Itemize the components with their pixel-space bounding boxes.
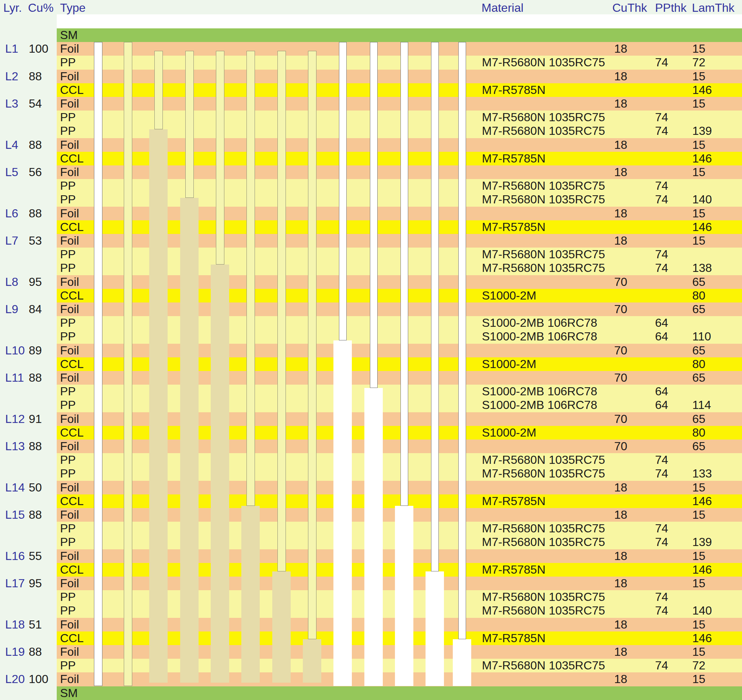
type-cell: PP (60, 248, 76, 261)
type-cell: Foil (60, 97, 79, 111)
ppthk-cell: 74 (655, 56, 668, 69)
cuthk-cell: 18 (614, 576, 627, 590)
cuthk-cell: 18 (614, 618, 627, 631)
layer-name: L15 (5, 508, 25, 522)
type-cell: Foil (60, 672, 79, 686)
type-cell: Foil (60, 439, 79, 453)
type-cell: Foil (60, 618, 79, 631)
ppthk-cell: 64 (655, 385, 668, 398)
material-cell: M7-R5680N 1035RC75 (482, 124, 605, 138)
lamthk-cell: 140 (692, 193, 712, 206)
cuthk-cell: 18 (614, 97, 627, 111)
type-cell: PP (60, 261, 76, 275)
material-cell: M7-R5680N 1035RC75 (482, 590, 605, 604)
via-span-thin-7 (277, 51, 286, 572)
type-cell: PP (60, 330, 76, 343)
ppthk-cell: 74 (655, 179, 668, 193)
stack-row-sm: SM (57, 28, 742, 42)
type-cell: Foil (60, 138, 79, 152)
type-cell: SM (60, 686, 78, 700)
via-span-thin-8 (308, 51, 317, 639)
layer-label-L15: L1588 (0, 508, 57, 522)
lamthk-cell: 80 (692, 426, 705, 439)
material-cell: M7-R5680N 1035RC75 (482, 193, 605, 206)
pcb-stackup-viewer: Lyr. Cu% Type Material CuThk PPthk LamTh… (0, 0, 742, 700)
copper-percent: 53 (29, 234, 42, 248)
layer-name: L7 (5, 234, 18, 248)
type-cell: PP (60, 56, 76, 69)
lamthk-cell: 114 (692, 398, 711, 412)
type-cell: PP (60, 522, 76, 535)
copper-percent: 91 (29, 412, 42, 426)
layer-name: L9 (5, 302, 18, 316)
lamthk-cell: 15 (692, 70, 705, 83)
layer-label-L9: L984 (0, 302, 57, 316)
lamthk-cell: 15 (692, 42, 705, 56)
layer-label-L12: L1291 (0, 412, 57, 426)
cuthk-cell: 18 (614, 549, 627, 563)
layer-label-L8: L895 (0, 275, 57, 289)
lamthk-cell: 15 (692, 97, 705, 111)
drill-span-wide-13 (453, 639, 471, 686)
cuthk-cell: 70 (614, 371, 627, 385)
type-cell: CCL (60, 631, 84, 645)
layer-label-L7: L753 (0, 234, 57, 248)
layer-label-L19: L1988 (0, 645, 57, 659)
material-cell: S1000-2MB 106RC78 (482, 316, 597, 330)
layer-name: L20 (5, 672, 25, 686)
copper-percent: 88 (29, 371, 42, 385)
cuthk-cell: 18 (614, 508, 627, 522)
layer-label-L6: L688 (0, 207, 57, 220)
cuthk-cell: 18 (614, 645, 627, 659)
copper-percent: 88 (29, 439, 42, 453)
layer-label-L11: L1188 (0, 371, 57, 385)
lamthk-cell: 15 (692, 508, 705, 522)
via-span-thin-10 (370, 42, 378, 388)
type-cell: PP (60, 535, 76, 549)
copper-percent: 55 (29, 549, 42, 563)
lamthk-cell: 15 (692, 481, 705, 494)
layer-name: L19 (5, 645, 25, 659)
copper-percent: 89 (29, 344, 42, 357)
drill-span-wide-11 (395, 506, 414, 686)
ppthk-cell: 74 (655, 111, 668, 124)
ppthk-cell: 64 (655, 330, 668, 343)
material-cell: M7-R5785N (482, 563, 546, 576)
cuthk-cell: 18 (614, 481, 627, 494)
material-cell: M7-R5680N 1035RC75 (482, 535, 605, 549)
lamthk-cell: 110 (692, 330, 711, 343)
type-cell: PP (60, 590, 76, 604)
material-cell: S1000-2M (482, 289, 536, 302)
material-cell: M7-R5785N (482, 631, 546, 645)
lamthk-cell: 146 (692, 563, 712, 576)
lamthk-cell: 146 (692, 631, 712, 645)
via-span-thin-2 (124, 42, 132, 686)
lamthk-cell: 15 (692, 234, 705, 248)
lamthk-cell: 146 (692, 220, 712, 234)
layer-label-L10: L1089 (0, 344, 57, 357)
layer-name: L13 (5, 439, 25, 453)
cuthk-cell: 70 (614, 275, 627, 289)
cuthk-cell: 18 (614, 42, 627, 56)
copper-percent: 50 (29, 481, 42, 494)
layer-name: L18 (5, 618, 25, 631)
material-cell: S1000-2M (482, 357, 536, 371)
lamthk-cell: 140 (692, 604, 712, 617)
material-cell: M7-R5680N 1035RC75 (482, 659, 605, 672)
copper-percent: 88 (29, 508, 42, 522)
lamthk-cell: 15 (692, 165, 705, 179)
lamthk-cell: 80 (692, 357, 705, 371)
via-span-thin-1 (94, 42, 102, 686)
material-cell: M7-R5785N (482, 152, 546, 165)
cuthk-cell: 18 (614, 138, 627, 152)
material-cell: M7-R5680N 1035RC75 (482, 111, 605, 124)
layer-name: L12 (5, 412, 25, 426)
lamthk-cell: 80 (692, 289, 705, 302)
layer-name: L14 (5, 481, 25, 494)
lamthk-cell: 146 (692, 494, 712, 508)
lamthk-cell: 139 (692, 535, 712, 549)
via-span-thin-11 (400, 42, 408, 506)
drill-span-wide-5 (211, 265, 229, 683)
lamthk-cell: 15 (692, 672, 705, 686)
material-cell: S1000-2MB 106RC78 (482, 330, 597, 343)
